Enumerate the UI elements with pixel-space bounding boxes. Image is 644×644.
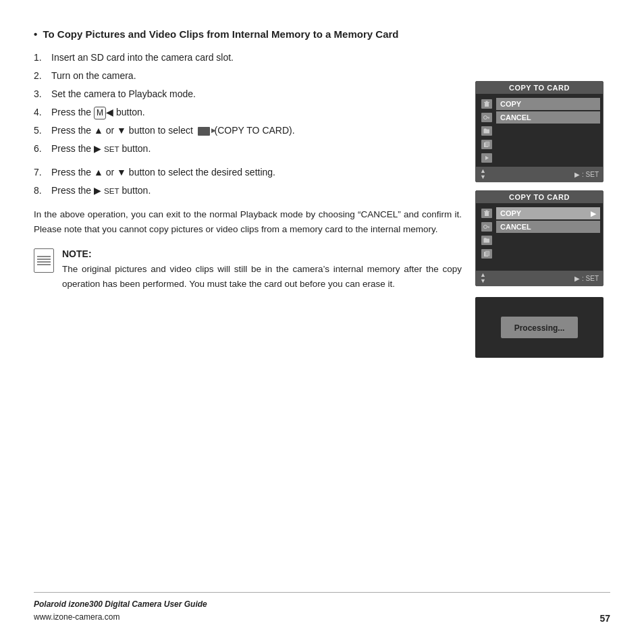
camera-panel-2: COPY TO CARD [475, 190, 603, 286]
panel1-body: COPY CANCEL [476, 94, 603, 167]
step-3: 3. Set the camera to Playback mode. [34, 87, 462, 101]
panel1-menu: COPY CANCEL [496, 98, 600, 163]
play-icon-1 [481, 153, 492, 163]
panel2-title: COPY TO CARD [476, 191, 603, 203]
step-2: 2. Turn on the camera. [34, 69, 462, 83]
key-icon [481, 113, 492, 122]
svg-rect-11 [486, 211, 488, 212]
copy-icon-2 [481, 249, 492, 259]
panel1-copy-item: COPY [496, 98, 600, 110]
step-6: 6. Press the ▶ SET button. [34, 142, 462, 156]
panel2-copy-item: COPY ▶ [496, 207, 600, 219]
note-text-block: NOTE: The original pictures and video cl… [62, 248, 462, 291]
svg-rect-2 [486, 101, 488, 103]
svg-point-12 [484, 225, 487, 229]
folder-icon-2 [481, 236, 492, 245]
step-4: 4. Press the M◀ button. [34, 105, 462, 119]
panel1-cancel-item: CANCEL [496, 111, 600, 124]
svg-point-3 [484, 116, 487, 119]
left-column: • To Copy Pictures and Video Clips from … [34, 27, 475, 581]
panel1-icons [479, 98, 493, 163]
footer-page-number: 57 [599, 613, 610, 624]
panel1-set-label: ▶ : SET [574, 171, 599, 178]
steps-continued: 7. Press the ▲ or ▼ button to select the… [34, 165, 462, 198]
footer-url: www.izone-camera.com [34, 611, 207, 624]
panel2-bottom: ▲ ▼ ▶ : SET [476, 271, 603, 286]
processing-box: Processing... [501, 317, 579, 338]
footer: Polaroid izone300 Digital Camera User Gu… [34, 592, 610, 624]
panel1-title: COPY TO CARD [476, 82, 603, 94]
camera-panel-1: COPY TO CARD [475, 81, 603, 182]
step-7: 7. Press the ▲ or ▼ button to select the… [34, 165, 462, 180]
panel2-cancel-item: CANCEL [496, 221, 600, 233]
svg-marker-8 [485, 156, 489, 160]
note-icon [34, 248, 54, 273]
step-8: 8. Press the ▶ SET button. [34, 184, 462, 198]
steps-list-2: 7. Press the ▲ or ▼ button to select the… [34, 165, 462, 198]
key-icon-2 [481, 222, 492, 232]
section-heading: • To Copy Pictures and Video Clips from … [34, 27, 462, 41]
note-section: NOTE: The original pictures and video cl… [34, 248, 462, 291]
info-paragraph: In the above operation, you can exit to … [34, 207, 462, 236]
processing-panel: Processing... [475, 297, 603, 358]
page: • To Copy Pictures and Video Clips from … [0, 0, 644, 644]
main-content: • To Copy Pictures and Video Clips from … [34, 27, 610, 581]
note-label: NOTE: [62, 248, 462, 259]
processing-text: Processing... [514, 323, 565, 333]
svg-rect-7 [485, 142, 489, 146]
svg-rect-9 [485, 212, 489, 216]
svg-rect-10 [484, 211, 489, 212]
panel2-set-label: ▶ : SET [574, 275, 599, 282]
panel2-body: COPY ▶ CANCEL [476, 203, 603, 271]
step-5: 5. Press the ▲ or ▼ button to select ▶ (… [34, 124, 462, 138]
panel2-menu: COPY ▶ CANCEL [496, 207, 600, 267]
step-1: 1. Insert an SD card into the camera car… [34, 51, 462, 65]
note-body: The original pictures and video clips wi… [62, 262, 462, 291]
panel2-icons [479, 207, 493, 267]
trash-icon [481, 99, 492, 109]
panel1-arrows: ▲ ▼ [480, 168, 486, 180]
panel1-bottom: ▲ ▼ ▶ : SET [476, 167, 603, 182]
right-column: COPY TO CARD [475, 27, 610, 581]
folder-icon [481, 126, 492, 136]
steps-list: 1. Insert an SD card into the camera car… [34, 51, 462, 156]
svg-rect-16 [485, 251, 489, 256]
trash-icon-2 [481, 209, 492, 218]
svg-rect-1 [484, 102, 489, 103]
footer-left: Polaroid izone300 Digital Camera User Gu… [34, 598, 207, 624]
panel2-arrows: ▲ ▼ [480, 272, 486, 284]
svg-rect-0 [485, 103, 489, 107]
copy-icon-1 [481, 140, 492, 149]
footer-brand: Polaroid izone300 Digital Camera User Gu… [34, 598, 207, 611]
